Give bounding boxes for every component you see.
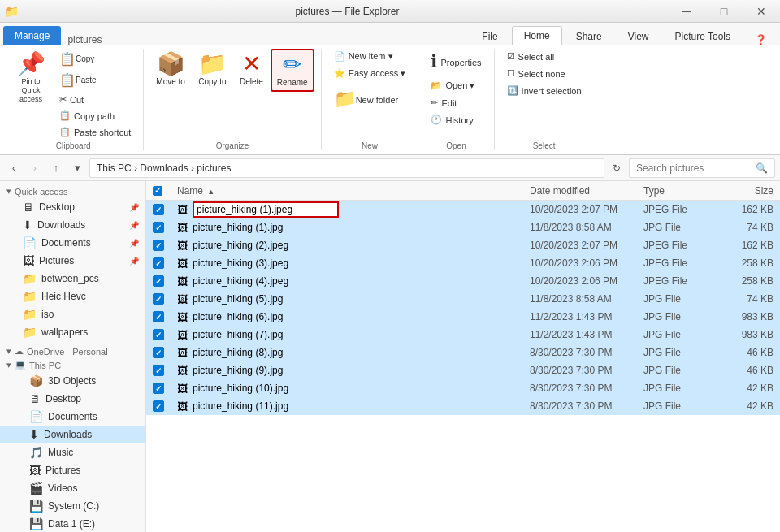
sidebar-item-videos[interactable]: 🎬 Videos — [0, 479, 145, 497]
recent-button[interactable]: ▾ — [68, 159, 86, 177]
tab-picture-tools[interactable]: Picture Tools — [663, 26, 743, 45]
row-check[interactable] — [153, 222, 177, 233]
forward-button[interactable]: › — [26, 159, 44, 177]
file-row[interactable]: 🖼 picture_hiking (2).jpeg 10/20/2023 2:0… — [146, 236, 780, 254]
row-checkbox[interactable] — [153, 275, 164, 287]
copy-path-button[interactable]: 📋 Copy path — [54, 108, 136, 123]
maximize-button[interactable]: □ — [705, 0, 743, 22]
file-row[interactable]: 🖼 picture_hiking (1).jpg 11/8/2023 8:58 … — [146, 218, 780, 236]
refresh-button[interactable]: ↻ — [608, 159, 626, 177]
file-row[interactable]: 🖼 picture_hiking (6).jpg 11/2/2023 1:43 … — [146, 308, 780, 326]
tab-home[interactable]: Home — [512, 26, 562, 45]
history-button[interactable]: 🕐 History — [425, 112, 479, 128]
row-checkbox[interactable] — [153, 311, 164, 322]
sidebar-item-3d-objects[interactable]: 📦 3D Objects — [0, 372, 145, 390]
file-row[interactable]: 🖼 10/20/2023 2:07 PM JPEG File 162 KB — [146, 201, 780, 218]
move-to-button[interactable]: 📦 Move to — [150, 49, 191, 90]
row-checkbox[interactable] — [153, 365, 164, 376]
sidebar-this-pc[interactable]: ▾ 💻 This PC — [0, 358, 145, 372]
row-checkbox[interactable] — [153, 222, 164, 233]
row-check[interactable] — [153, 311, 177, 322]
sidebar-item-music[interactable]: 🎵 Music — [0, 443, 145, 461]
file-row[interactable]: 🖼 picture_hiking (4).jpeg 10/20/2023 2:0… — [146, 272, 780, 290]
row-check[interactable] — [153, 383, 177, 394]
sidebar-item-heic-hevc[interactable]: 📁 Heic Hevc — [0, 288, 145, 305]
search-input[interactable] — [636, 162, 752, 174]
row-check[interactable] — [153, 204, 177, 215]
col-header-date[interactable]: Date modified — [530, 185, 644, 197]
open-button[interactable]: 📂 Open ▾ — [425, 78, 480, 93]
tab-view[interactable]: View — [616, 26, 661, 45]
sidebar-item-system-c[interactable]: 💾 System (C:) — [0, 497, 145, 515]
col-header-type[interactable]: Type — [644, 185, 717, 197]
edit-button[interactable]: ✏ Edit — [425, 95, 462, 110]
row-check[interactable] — [153, 347, 177, 358]
up-button[interactable]: ↑ — [47, 159, 65, 177]
new-folder-button[interactable]: 📁 New folder — [328, 86, 405, 114]
ribbon-help-button[interactable]: ❓ — [744, 34, 777, 45]
sidebar-item-this-pc-downloads[interactable]: ⬇ Downloads — [0, 426, 145, 443]
easy-access-button[interactable]: ⭐ Easy access ▾ — [328, 66, 412, 81]
col-header-size[interactable]: Size — [717, 185, 774, 197]
row-check[interactable] — [153, 257, 177, 269]
select-all-checkbox[interactable] — [153, 186, 162, 196]
row-check[interactable] — [153, 400, 177, 412]
paste-shortcut-button[interactable]: 📋 Paste shortcut — [54, 124, 136, 140]
tab-file[interactable]: File — [470, 26, 509, 45]
select-none-button[interactable]: ☐ Select none — [501, 66, 571, 81]
sidebar-item-wallpapers[interactable]: 📁 wallpapers — [0, 323, 145, 341]
cut-button[interactable]: ✂ Cut — [54, 92, 136, 107]
rename-button[interactable]: ✏ Rename — [271, 49, 314, 92]
row-checkbox[interactable] — [153, 383, 164, 394]
sidebar-item-data1-e[interactable]: 💾 Data 1 (E:) — [0, 515, 145, 532]
copy-button[interactable]: 📋 Copy — [54, 49, 136, 69]
file-row[interactable]: 🖼 picture_hiking (8).jpg 8/30/2023 7:30 … — [146, 344, 780, 361]
row-checkbox[interactable] — [153, 204, 164, 215]
select-all-button[interactable]: ☑ Select all — [501, 49, 561, 64]
paste-button[interactable]: 📋 Paste — [54, 70, 136, 90]
row-check[interactable] — [153, 293, 177, 305]
back-button[interactable]: ‹ — [5, 159, 23, 177]
sidebar-item-this-pc-desktop[interactable]: 🖥 Desktop — [0, 390, 145, 408]
row-check[interactable] — [153, 329, 177, 340]
pin-to-quick-access-button[interactable]: 📌 Pin to Quick access — [10, 49, 52, 140]
row-checkbox[interactable] — [153, 293, 164, 305]
copy-to-button[interactable]: 📁 Copy to — [193, 49, 232, 90]
sidebar-item-documents[interactable]: 📄 Documents 📌 — [0, 234, 145, 252]
check-all[interactable] — [153, 186, 177, 196]
properties-button[interactable]: ℹ Properties — [425, 49, 487, 76]
col-header-name[interactable]: Name ▲ — [177, 185, 530, 197]
file-row[interactable]: 🖼 picture_hiking (9).jpg 8/30/2023 7:30 … — [146, 361, 780, 379]
file-row[interactable]: 🖼 picture_hiking (11).jpg 8/30/2023 7:30… — [146, 397, 780, 415]
sidebar-quick-access[interactable]: ▾ Quick access — [0, 184, 145, 198]
delete-button[interactable]: ✕ Delete — [234, 49, 269, 90]
row-checkbox[interactable] — [153, 240, 164, 251]
rename-input[interactable] — [193, 201, 339, 218]
file-row[interactable]: 🖼 picture_hiking (3).jpeg 10/20/2023 2:0… — [146, 254, 780, 272]
sidebar-onedrive[interactable]: ▾ ☁ OneDrive - Personal — [0, 344, 145, 358]
sidebar-item-between-pcs[interactable]: 📁 between_pcs — [0, 270, 145, 288]
file-row[interactable]: 🖼 picture_hiking (5).jpg 11/8/2023 8:58 … — [146, 290, 780, 308]
invert-selection-button[interactable]: 🔃 Invert selection — [501, 83, 587, 98]
file-row[interactable]: 🖼 picture_hiking (10).jpg 8/30/2023 7:30… — [146, 379, 780, 397]
new-item-button[interactable]: 📄 New item ▾ — [328, 49, 399, 64]
row-check[interactable] — [153, 240, 177, 251]
row-checkbox[interactable] — [153, 347, 164, 358]
row-checkbox[interactable] — [153, 400, 164, 412]
sidebar-item-desktop[interactable]: 🖥 Desktop 📌 — [0, 198, 145, 216]
row-check[interactable] — [153, 365, 177, 376]
file-row[interactable]: 🖼 picture_hiking (7).jpg 11/2/2023 1:43 … — [146, 326, 780, 344]
sidebar-item-iso[interactable]: 📁 iso — [0, 305, 145, 323]
close-button[interactable]: ✕ — [743, 0, 780, 22]
address-bar[interactable]: This PC › Downloads › pictures — [89, 158, 604, 178]
sidebar-item-pictures[interactable]: 🖼 Pictures 📌 — [0, 252, 145, 270]
sidebar-item-this-pc-pictures[interactable]: 🖼 Pictures — [0, 461, 145, 479]
row-check[interactable] — [153, 275, 177, 287]
minimize-button[interactable]: ─ — [668, 0, 705, 22]
tab-share[interactable]: Share — [564, 26, 614, 45]
tab-manage[interactable]: Manage — [3, 26, 61, 45]
sidebar-item-downloads[interactable]: ⬇ Downloads 📌 — [0, 216, 145, 234]
row-checkbox[interactable] — [153, 257, 164, 269]
row-checkbox[interactable] — [153, 329, 164, 340]
search-bar[interactable]: 🔍 — [629, 158, 775, 178]
